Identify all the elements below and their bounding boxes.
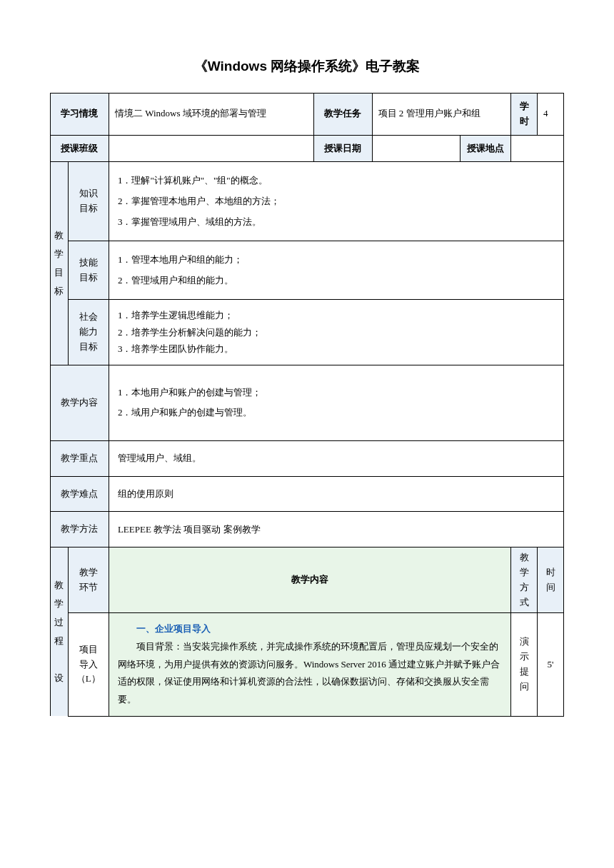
col-mode: 教学方式	[511, 547, 538, 613]
content-skill: 1．管理本地用户和组的能力； 2．管理域用户和组的能力。	[109, 241, 563, 300]
content-method: LEEPEE 教学法 项目驱动 案例教学	[109, 512, 563, 547]
col-stage: 教学环节	[68, 547, 109, 613]
label-method: 教学方法	[51, 512, 109, 547]
stage1-time: 5'	[538, 613, 564, 716]
vlabel-process: 教学过程设	[51, 547, 69, 717]
label-focus: 教学重点	[51, 440, 109, 476]
stage1-content: 一、企业项目导入 项目背景：当安装完操作系统，并完成操作系统的环境配置后，管理员…	[109, 613, 510, 716]
label-difficulty: 教学难点	[51, 476, 109, 512]
label-location: 授课地点	[460, 135, 511, 162]
label-hours: 学时	[511, 94, 538, 136]
col-time: 时间	[538, 547, 564, 613]
content-focus: 管理域用户、域组。	[109, 440, 563, 476]
label-date: 授课日期	[313, 135, 372, 162]
value-class	[109, 135, 313, 162]
label-content: 教学内容	[51, 365, 109, 440]
stage1-section-title: 一、企业项目导入	[136, 623, 211, 634]
col-content: 教学内容	[109, 547, 510, 613]
label-situation: 学习情境	[51, 94, 109, 136]
stage1-mode: 演示提问	[511, 613, 538, 716]
value-location	[511, 135, 564, 162]
stage1-label: 项目导入（L）	[68, 613, 109, 716]
vlabel-goals: 教学目标	[51, 162, 69, 365]
value-task: 项目 2 管理用户账户和组	[372, 94, 511, 136]
content-difficulty: 组的使用原则	[109, 476, 563, 512]
content-teaching: 1．本地用户和账户的创建与管理； 2．域用户和账户的创建与管理。	[109, 365, 563, 440]
label-class: 授课班级	[51, 135, 109, 162]
label-task: 教学任务	[313, 94, 372, 136]
content-knowledge: 1．理解"计算机账户"、"组"的概念。 2．掌握管理本地用户、本地组的方法； 3…	[109, 162, 563, 241]
label-social: 社会能力目标	[68, 300, 109, 365]
lesson-plan-table: 学习情境 情境二 Windows 域环境的部署与管理 教学任务 项目 2 管理用…	[50, 93, 564, 717]
label-skill: 技能目标	[68, 241, 109, 300]
value-situation: 情境二 Windows 域环境的部署与管理	[109, 94, 313, 136]
page-title: 《Windows 网络操作系统》电子教案	[50, 57, 564, 76]
stage1-body: 项目背景：当安装完操作系统，并完成操作系统的环境配置后，管理员应规划一个安全的网…	[118, 638, 502, 709]
content-social: 1．培养学生逻辑思维能力； 2．培养学生分析解决问题的能力； 3．培养学生团队协…	[109, 300, 563, 365]
value-hours: 4	[538, 94, 564, 136]
label-knowledge: 知识目标	[68, 162, 109, 241]
value-date	[372, 135, 460, 162]
